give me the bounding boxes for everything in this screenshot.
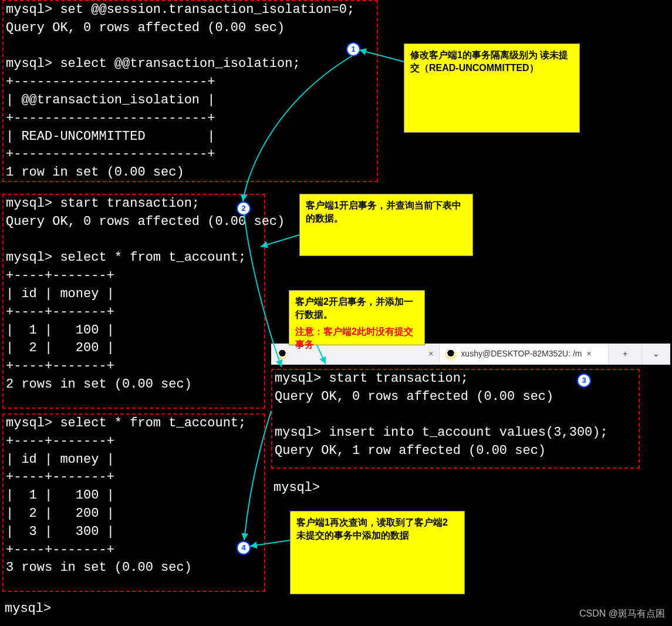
callout-3-line1: 客户端2开启事务，并添加一 行数据。: [295, 295, 418, 322]
marker-4: 4: [237, 541, 251, 555]
tab-label: xushy@DESKTOP-82M352U: /m: [461, 348, 582, 360]
watermark: CSDN @斑马有点困: [579, 607, 665, 620]
chevron-down-icon: ⌄: [653, 348, 660, 360]
marker-1: 1: [346, 42, 360, 56]
marker-2: 2: [237, 201, 251, 216]
marker-3: 3: [577, 373, 591, 388]
terminal-box-3: mysql> select * from t_account; +----+--…: [2, 413, 265, 592]
tab-client2[interactable]: xushy@DESKTOP-82M352U: /m ×: [440, 344, 608, 365]
callout-3-line2: 注意：客户端2此时没有提交 事务: [295, 325, 418, 352]
terminal-prompt-final: mysql>: [5, 600, 51, 618]
callout-2: 客户端1开启事务，并查询当前下表中 的数据。: [299, 194, 473, 256]
new-tab-button[interactable]: +: [609, 344, 643, 365]
close-icon[interactable]: ×: [428, 348, 433, 360]
terminal-box-2: mysql> start transaction; Query OK, 0 ro…: [2, 194, 265, 409]
terminal-box-1: mysql> set @@session.transaction_isolati…: [2, 0, 378, 182]
linux-icon: [445, 349, 456, 359]
plus-icon: +: [623, 348, 627, 360]
svg-line-1: [261, 235, 299, 247]
tab-dropdown[interactable]: ⌄: [642, 344, 670, 365]
linux-icon: [277, 349, 288, 359]
terminal-prompt-client2: mysql>: [273, 479, 320, 497]
close-icon[interactable]: ×: [587, 348, 592, 360]
callout-4: 客户端1再次查询，读取到了客户端2 未提交的事务中添加的数据: [290, 511, 465, 594]
callout-1: 修改客户端1的事务隔离级别为 读未提交（READ-UNCOMMITTED）: [404, 43, 580, 133]
callout-3: 客户端2开启事务，并添加一 行数据。 注意：客户端2此时没有提交 事务: [289, 290, 425, 345]
